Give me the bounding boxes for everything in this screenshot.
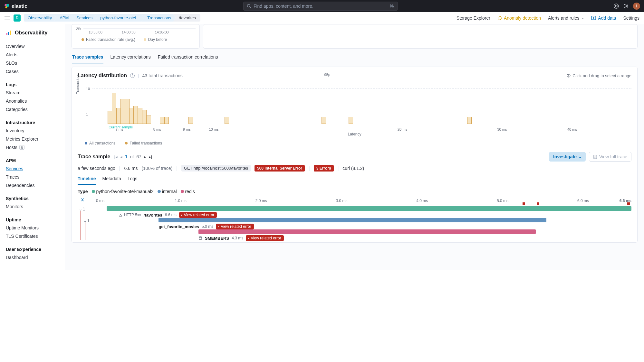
histogram-bar[interactable] — [142, 110, 147, 124]
sidebar-item-dependencies[interactable]: Dependencies — [0, 181, 65, 190]
histogram-bar[interactable] — [129, 108, 134, 124]
trace-pct: (100% of trace) — [141, 166, 172, 171]
sidebar-item-overview[interactable]: Overview — [0, 42, 65, 51]
sidebar-item-inventory[interactable]: Inventory — [0, 126, 65, 135]
total-transactions: 43 total transactions — [142, 73, 183, 78]
tab-failed-correlations[interactable]: Failed transaction correlations — [158, 54, 218, 63]
tab-timeline[interactable]: Timeline — [78, 176, 96, 185]
histogram-bar[interactable] — [133, 106, 138, 124]
pager-first[interactable]: |◂ — [114, 154, 117, 159]
sidebar-item-tls-certificates[interactable]: TLS Certificates — [0, 232, 65, 240]
error-marker[interactable] — [537, 202, 539, 205]
observability-icon — [6, 30, 12, 36]
elastic-logo-icon — [4, 3, 10, 9]
histogram-bar[interactable] — [322, 117, 326, 124]
view-related-error-button[interactable]: ▸View related error — [246, 235, 284, 241]
histogram-bar[interactable] — [120, 99, 125, 124]
histogram-bar[interactable] — [225, 117, 229, 124]
drag-hint: Click and drag to select a range — [572, 73, 631, 78]
span-bar[interactable] — [159, 218, 546, 222]
sidebar-header[interactable]: Observability — [0, 30, 65, 40]
alerts-rules-dropdown[interactable]: Alerts and rules ⌄ — [548, 15, 584, 21]
pager-next[interactable]: ▸ — [144, 154, 146, 159]
y-zero: 0% — [76, 26, 81, 30]
chevron-down-icon: ⌄ — [579, 155, 582, 159]
sidebar-item-slos[interactable]: SLOs — [0, 59, 65, 67]
breadcrumb-item[interactable]: Services — [71, 14, 97, 22]
trace-meta: a few seconds ago | 6.6 ms (100% of trac… — [78, 165, 631, 172]
elastic-logo[interactable]: elastic — [4, 3, 27, 9]
sidebar-item-services[interactable]: Services — [0, 164, 65, 173]
investigate-button[interactable]: Investigate ⌄ — [549, 152, 586, 162]
y-label: Transactions — [76, 74, 80, 94]
p95-label: 95p — [324, 73, 330, 77]
pager-current: 1 — [125, 154, 128, 159]
tab-latency-correlations[interactable]: Latency correlations — [111, 54, 151, 63]
pager-prev[interactable]: ◂ — [120, 154, 122, 159]
histogram-bar[interactable] — [146, 116, 151, 124]
histogram-bar[interactable] — [112, 93, 116, 124]
storage-explorer-link[interactable]: Storage Explorer — [457, 15, 490, 21]
sidebar-item-cases[interactable]: Cases — [0, 67, 65, 76]
sidebar-item-stream[interactable]: Stream — [0, 88, 65, 97]
collapse-all-icon[interactable] — [80, 198, 85, 202]
latency-title: Latency distribution — [78, 73, 127, 79]
view-full-trace-button[interactable]: View full trace — [589, 152, 631, 162]
user-avatar[interactable]: I — [633, 3, 640, 10]
settings-link[interactable]: Settings — [623, 15, 639, 21]
breadcrumb-item[interactable]: Transactions — [141, 14, 176, 22]
legend-item: Day before — [144, 37, 167, 42]
latency-histogram[interactable]: Transactions 10 1 95p Current sample 7 m… — [78, 84, 631, 136]
histogram-bar[interactable] — [467, 117, 472, 124]
histogram-bar[interactable] — [164, 117, 169, 124]
space-badge[interactable]: D — [14, 14, 21, 22]
help-icon[interactable]: ? — [130, 73, 135, 78]
waterfall-row[interactable]: ⌄ 1 HTTP 5xx /favorites 6.6 ms ▸Vi — [78, 205, 631, 217]
span-bar[interactable] — [107, 206, 631, 211]
histogram-bar[interactable] — [125, 99, 129, 124]
waterfall-row[interactable]: ⌄ 1 get_favorite_movies 5.0 ms ▸View rel… — [78, 217, 631, 228]
histogram-bar[interactable] — [108, 111, 112, 124]
histogram-bar[interactable] — [188, 117, 193, 124]
span-bar[interactable] — [198, 229, 536, 234]
tab-logs[interactable]: Logs — [128, 176, 137, 185]
breadcrumb-item[interactable]: python-favorite-otel... — [94, 14, 144, 22]
tab-metadata[interactable]: Metadata — [102, 176, 121, 185]
pager-last[interactable]: ▸| — [149, 154, 152, 159]
sidebar-item-metrics-explorer[interactable]: Metrics Explorer — [0, 135, 65, 143]
sidebar-item-hosts[interactable]: Hosts — [0, 143, 65, 152]
trace-errors[interactable]: 3 Errors — [314, 165, 334, 172]
breadcrumb-item[interactable]: Observability — [24, 14, 56, 22]
error-marker[interactable] — [523, 202, 525, 205]
span-time: 4.3 ms — [232, 236, 243, 240]
sidebar-item-dashboard[interactable]: Dashboard — [0, 253, 65, 262]
document-icon — [593, 155, 597, 159]
global-search[interactable]: Find apps, content, and more. ⌘/ — [243, 2, 398, 11]
add-data-link[interactable]: Add data — [591, 15, 616, 21]
help-icon[interactable] — [614, 4, 619, 9]
tree-toggle[interactable]: ⌄ 1 — [83, 218, 90, 223]
histogram-bar[interactable] — [160, 117, 164, 124]
sidebar-item-categories[interactable]: Categories — [0, 105, 65, 114]
nav-toggle[interactable] — [5, 16, 10, 20]
breadcrumb-item[interactable]: APM — [54, 14, 73, 22]
y-tick: 10 — [86, 87, 90, 91]
transaction-tabs: Trace samples Latency correlations Faile… — [72, 49, 638, 63]
waterfall-row[interactable]: SMEMBERS 4.3 ms ▸View related error — [78, 228, 631, 240]
error-marker[interactable] — [627, 202, 630, 205]
chevron-down-icon: ⌄ — [581, 16, 584, 20]
histogram-bar[interactable] — [349, 117, 353, 124]
sidebar-item-traces[interactable]: Traces — [0, 173, 65, 181]
anomaly-detection-link[interactable]: Anomaly detection — [497, 15, 541, 21]
trace-samples-panel: Latency distribution ? | 43 total transa… — [72, 67, 638, 243]
sidebar-item-uptime-monitors[interactable]: Uptime Monitors — [0, 224, 65, 232]
search-icon — [247, 4, 251, 8]
tree-toggle[interactable]: ⌄ 1 — [79, 207, 85, 211]
tab-trace-samples[interactable]: Trace samples — [72, 54, 103, 63]
sidebar-item-alerts[interactable]: Alerts — [0, 51, 65, 59]
sidebar-item-anomalies[interactable]: Anomalies — [0, 97, 65, 105]
histogram-bar[interactable] — [138, 108, 142, 124]
histogram-bar[interactable] — [116, 108, 121, 124]
newsfeed-icon[interactable] — [623, 4, 629, 9]
sidebar-item-monitors[interactable]: Monitors — [0, 202, 65, 211]
